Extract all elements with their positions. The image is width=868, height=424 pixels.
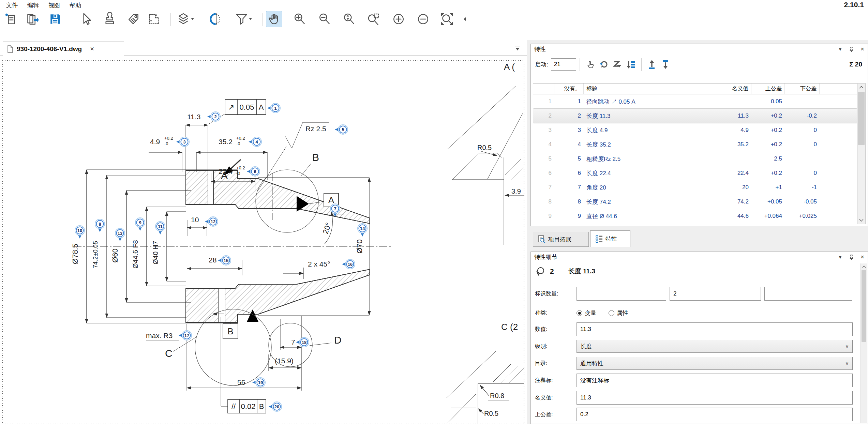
panel-close-icon[interactable]: × [860,45,864,53]
balloon-2[interactable]: 2 [207,112,220,121]
dimension-text[interactable]: D [334,334,342,346]
pick-hand-button[interactable] [583,58,597,71]
balloon-18[interactable]: 18 [296,337,309,347]
dimension-text[interactable]: 74.2±0.05 [92,241,99,268]
dimension-text[interactable]: B [312,152,319,163]
panel-menu-caret-icon[interactable]: ▼ [838,255,842,260]
balloon-3[interactable]: 3 [176,137,189,147]
menu-file[interactable]: 文件 [1,0,23,10]
dimension-text[interactable]: Ø70 [355,239,364,254]
value-input[interactable] [577,322,853,336]
select-arrow-button[interactable] [78,11,94,27]
dimension-text[interactable]: A [221,170,228,181]
dimension-text[interactable]: R0.5 [484,410,498,417]
scroll-up-icon[interactable] [857,84,865,91]
balloon-4[interactable]: 4 [249,137,261,147]
col-nominal[interactable]: 名义值 [713,84,751,94]
rotate-order-button[interactable] [597,58,611,71]
col-upper[interactable]: 上公差 [751,84,785,94]
dimension-text[interactable]: C (2 [501,322,518,332]
feature-control-frame[interactable]: //0.02B [228,399,266,413]
tab-project-expand[interactable]: 项目拓展 [533,232,589,247]
scroll-down-icon[interactable] [857,216,865,224]
panel-close-icon[interactable]: × [860,253,864,261]
dimension-text[interactable]: Ø60 [111,248,119,263]
stamp-button[interactable] [102,11,118,27]
menu-view[interactable]: 视图 [44,0,65,10]
partial-view-button[interactable] [146,11,162,27]
table-row[interactable]: 88长度 74.274.2+0.05-0.05 [533,195,857,209]
table-row[interactable]: 99直径 Ø 44.644.6+0.064+0.025 [533,209,857,223]
dimension-text[interactable]: 35.2 [219,138,233,146]
details-scrollbar[interactable] [860,263,867,423]
note-input[interactable] [577,374,853,387]
balloon-16[interactable]: 16 [342,259,355,269]
balloon-14[interactable]: 14 [358,224,367,237]
new-document-button[interactable] [3,11,19,27]
dimension-text[interactable]: 56 [237,378,245,386]
balloon-1[interactable]: 1 [267,103,280,113]
menu-edit[interactable]: 编辑 [23,0,44,10]
upper-tolerance-input[interactable] [577,408,853,421]
tab-close-icon[interactable]: × [90,45,94,53]
id-count-input-1[interactable] [577,287,666,301]
dimension-text[interactable]: 2 x 45° [308,260,330,268]
move-bottom-button[interactable] [659,58,672,71]
dimension-text[interactable]: A ( [504,62,515,72]
dimension-text[interactable]: 7 [291,338,295,346]
table-row[interactable]: 44长度 35.235.2+0.20 [533,137,857,152]
balloon-17[interactable]: 17 [179,331,192,340]
nominal-input[interactable] [577,391,853,405]
catalog-combobox[interactable]: 通用特性 v [577,357,853,370]
mirror-view-button[interactable] [208,11,224,27]
col-index[interactable] [533,84,554,94]
collapse-toolbar-button[interactable] [461,11,469,27]
pan-hand-button[interactable] [266,11,282,27]
tab-list-button[interactable] [513,45,522,52]
balloon-15[interactable]: 15 [218,256,231,265]
dimension-text[interactable]: 3.9 [511,187,521,195]
balloon-13[interactable]: 13 [115,228,125,241]
dimension-text[interactable]: max. R3 [146,332,173,339]
feature-control-frame[interactable]: ↗0.05A [225,100,266,115]
class-combobox[interactable]: 长度 v [577,340,853,353]
zoom-in-button[interactable] [291,11,308,27]
table-scrollbar[interactable] [857,83,866,224]
id-count-input-2[interactable] [670,287,761,301]
details-scrollbar-thumb[interactable] [862,270,866,342]
dimension-text[interactable]: R0.8 [490,392,504,399]
zoom-out-button[interactable] [316,11,333,27]
dimension-text[interactable]: (15.9) [275,357,294,365]
col-no[interactable]: 没有。 [554,84,584,94]
balloon-10[interactable]: 10 [75,226,85,239]
dimension-text[interactable]: 10 [191,216,199,224]
drawing-annotations[interactable]: 11.34.9+0.2-035.2+0.2-022.4+0.2-0Rz 2.51… [71,62,521,417]
balloon-5[interactable]: 5 [335,125,348,134]
panel-menu-caret-icon[interactable]: ▼ [838,47,842,52]
balloon-20[interactable]: 20 [269,402,282,411]
col-lower[interactable]: 下公差 [785,84,820,94]
datum-label-B[interactable]: B [223,324,238,339]
layers-button[interactable] [176,11,196,27]
technical-drawing[interactable]: 11.34.9+0.2-035.2+0.2-022.4+0.2-0Rz 2.51… [0,56,527,424]
tab-properties[interactable]: 特性 [590,230,630,247]
radio-variable-label[interactable]: 变量 [585,309,596,317]
balloon-11[interactable]: 11 [155,222,165,234]
menu-help[interactable]: 帮助 [65,0,86,10]
start-input[interactable] [551,58,576,71]
open-document-button[interactable] [24,11,40,27]
pin-icon[interactable] [849,47,854,52]
dimension-text[interactable]: C [165,348,173,359]
radio-attribute-label[interactable]: 属性 [617,309,628,317]
zoom-fit-button[interactable] [439,11,455,27]
table-row[interactable]: 55粗糙度Rz 2.52.5 [533,152,857,166]
balloon-8[interactable]: 8 [95,219,105,232]
save-button[interactable] [47,11,63,27]
dimension-text[interactable]: 11.3 [187,113,200,121]
id-count-input-3[interactable] [764,287,852,301]
decrease-button[interactable] [415,11,431,27]
table-row[interactable]: 33长度 4.94.9+0.20 [533,123,857,137]
pin-icon[interactable] [849,255,854,260]
table-row[interactable]: 77角度 2020+1-1 [533,180,857,195]
dimension-text[interactable]: Ø40 H7 [152,241,159,264]
